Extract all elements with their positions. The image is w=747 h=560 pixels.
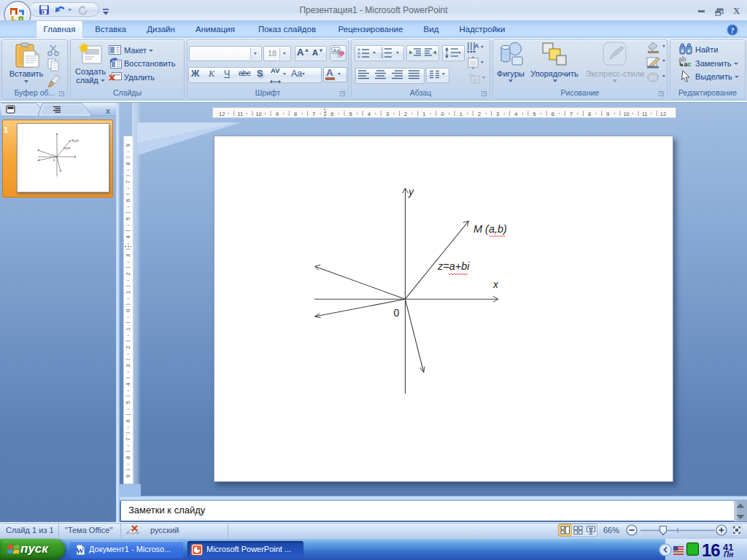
svg-text:2: 2 <box>125 273 131 276</box>
svg-text:x: x <box>492 279 499 290</box>
svg-text:2: 2 <box>125 346 131 349</box>
svg-text:10: 10 <box>623 111 629 117</box>
svg-text:4: 4 <box>514 111 517 117</box>
svg-text:9: 9 <box>276 111 279 117</box>
svg-text:9: 9 <box>125 475 131 478</box>
svg-text:z=a+bi: z=a+bi <box>437 260 470 272</box>
svg-text:A: A <box>474 42 479 50</box>
svg-text:7: 7 <box>125 181 131 184</box>
svg-text:M (a,b): M (a,b) <box>473 223 507 235</box>
svg-text:10: 10 <box>255 111 261 117</box>
svg-text:9: 9 <box>125 144 131 147</box>
svg-text:z=a+bi: z=a+bi <box>63 147 71 149</box>
svg-text:12: 12 <box>219 111 225 117</box>
svg-text:7: 7 <box>125 438 131 440</box>
svg-text:4: 4 <box>368 111 371 117</box>
svg-text:8: 8 <box>294 111 297 117</box>
svg-text:11: 11 <box>238 111 244 117</box>
svg-text:Aa: Aa <box>333 47 340 54</box>
svg-text:12: 12 <box>660 111 666 117</box>
svg-text:2: 2 <box>404 111 407 117</box>
svg-text:4: 4 <box>125 383 131 386</box>
svg-text:y: y <box>408 186 414 198</box>
svg-text:1: 1 <box>422 111 425 117</box>
svg-text:6: 6 <box>330 111 333 117</box>
svg-text:0: 0 <box>125 309 131 312</box>
svg-text:5: 5 <box>349 111 352 117</box>
svg-text:9: 9 <box>606 111 609 117</box>
svg-text:W: W <box>76 546 84 555</box>
svg-text:3: 3 <box>381 55 383 59</box>
svg-text:1: 1 <box>125 327 131 330</box>
svg-text:8: 8 <box>125 456 131 459</box>
svg-text:3: 3 <box>386 111 389 117</box>
svg-text:5: 5 <box>125 217 131 220</box>
svg-text:0: 0 <box>53 158 55 162</box>
svg-text:7: 7 <box>570 111 573 117</box>
svg-text:3: 3 <box>125 254 131 257</box>
svg-text:3: 3 <box>496 111 499 117</box>
svg-text:0: 0 <box>441 111 444 117</box>
svg-text:8: 8 <box>588 111 591 117</box>
svg-text:M (a,b): M (a,b) <box>71 139 79 142</box>
svg-text:6: 6 <box>125 199 131 202</box>
svg-text:7: 7 <box>312 111 315 117</box>
svg-text:5: 5 <box>533 111 536 117</box>
svg-text:1: 1 <box>460 111 462 117</box>
svg-text:5: 5 <box>125 401 131 404</box>
svg-text:2: 2 <box>478 111 481 117</box>
svg-text:3: 3 <box>125 365 131 368</box>
svg-text:?: ? <box>730 26 735 34</box>
svg-text:6: 6 <box>551 111 554 117</box>
svg-text:4: 4 <box>125 236 131 238</box>
svg-text:6: 6 <box>125 419 131 422</box>
svg-text:0: 0 <box>394 307 400 319</box>
svg-text:1: 1 <box>125 291 131 294</box>
svg-text:11: 11 <box>642 111 648 117</box>
svg-text:8: 8 <box>125 162 131 165</box>
